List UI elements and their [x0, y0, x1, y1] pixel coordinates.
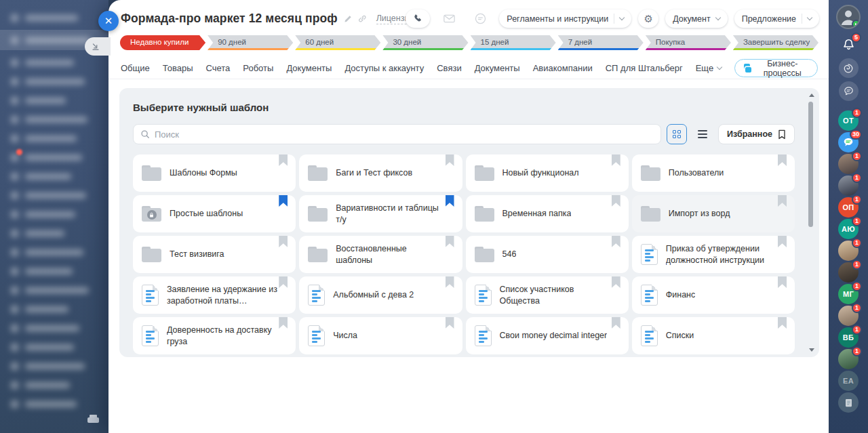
bookmark-icon[interactable]	[279, 236, 288, 247]
template-card[interactable]: Вариативности и таблицы т/у	[299, 195, 462, 232]
chat-avatar[interactable]: ВБ 1	[838, 327, 859, 348]
bookmark-icon[interactable]	[612, 195, 620, 207]
template-card[interactable]: Списки	[632, 317, 795, 354]
chat-avatar[interactable]: 1	[838, 154, 859, 174]
bookmark-icon[interactable]	[279, 195, 288, 207]
template-card[interactable]: Тест визивига	[133, 236, 296, 273]
template-card[interactable]: Приказ об утверждении должностной инстру…	[632, 236, 795, 273]
template-card[interactable]: Доверенность на доставку груза	[133, 317, 296, 354]
bookmark-icon[interactable]	[778, 276, 787, 288]
template-card[interactable]: Простые шаблоны	[133, 195, 296, 232]
chat-avatar[interactable]: 1	[838, 306, 859, 326]
template-card[interactable]: Новый функционал	[466, 154, 629, 192]
bookmark-icon[interactable]	[612, 276, 620, 288]
speech-bubble-icon	[843, 85, 854, 97]
stage-item[interactable]: 90 дней	[208, 35, 293, 50]
tab-item[interactable]: Связи	[437, 63, 461, 73]
minimize-slider-button[interactable]	[85, 37, 111, 56]
tab-item[interactable]: Счета	[205, 63, 230, 73]
stage-item[interactable]: 15 дней	[471, 35, 556, 50]
bookmark-icon[interactable]	[279, 317, 288, 329]
template-card[interactable]: Пользователи	[632, 154, 795, 192]
grid-view-toggle[interactable]	[667, 124, 687, 144]
template-card[interactable]: 546	[466, 236, 629, 273]
search-input[interactable]	[155, 129, 654, 140]
tab-item[interactable]: Еще	[696, 63, 722, 73]
tab-item[interactable]: Роботы	[243, 63, 273, 73]
template-label: Альбомный с дева 2	[333, 289, 414, 300]
template-card[interactable]: Финанс	[632, 276, 795, 314]
bookmark-icon[interactable]	[778, 236, 787, 247]
bookmark-icon[interactable]	[279, 154, 288, 166]
offer-button[interactable]: Предложение	[734, 9, 819, 28]
left-menu-blurred-rows	[0, 0, 108, 433]
chat-avatar[interactable]: 30	[838, 132, 859, 152]
template-card[interactable]: Альбомный с дева 2	[299, 276, 462, 314]
tab-item[interactable]: Доступы к аккаунту	[344, 63, 424, 73]
bookmark-icon[interactable]	[778, 317, 787, 329]
stage-item[interactable]: Недавно купили	[120, 35, 205, 50]
unread-badge: 1	[852, 108, 862, 118]
bookmark-icon[interactable]	[446, 154, 454, 166]
bookmark-icon[interactable]	[446, 317, 454, 329]
chat-avatar[interactable]: 1	[838, 176, 859, 196]
bitrix-spiral-button[interactable]	[839, 58, 859, 78]
template-card[interactable]: Заявление на удержание из заработной пла…	[133, 276, 296, 314]
settings-button[interactable]: ⚙	[638, 9, 658, 28]
chat-avatar[interactable]: МГ 1	[838, 284, 859, 304]
template-card[interactable]: Числа	[299, 317, 462, 354]
chat-avatar[interactable]: ОТ 1	[838, 110, 859, 131]
tab-item[interactable]: Документы	[475, 63, 520, 73]
template-card[interactable]: Свои money decimal integer	[466, 317, 629, 354]
notifications-button[interactable]: 5	[839, 35, 858, 54]
template-card[interactable]: Шаблоны Формы	[133, 154, 296, 192]
stage-item[interactable]: 7 дней	[558, 35, 644, 50]
tab-item[interactable]: Документы	[286, 63, 332, 73]
scrollbar-thumb[interactable]	[808, 102, 813, 227]
tab-item[interactable]: Общие	[121, 63, 150, 73]
tab-item[interactable]: Товары	[163, 63, 193, 73]
scroll-down-arrow[interactable]	[809, 348, 814, 352]
stage-item[interactable]: Завершить сделку	[733, 35, 818, 50]
chat-avatar[interactable]	[838, 392, 859, 413]
stage-item[interactable]: Покупка	[646, 35, 731, 50]
bookmark-icon[interactable]	[778, 154, 787, 166]
template-card[interactable]: Восстановленные шаблоны	[299, 236, 462, 273]
current-user-avatar[interactable]	[836, 5, 861, 29]
messenger-button[interactable]	[839, 81, 859, 101]
bookmark-icon[interactable]	[446, 236, 454, 247]
document-button[interactable]: Документ	[665, 9, 727, 28]
favorites-button[interactable]: Избранное	[718, 124, 795, 144]
template-card[interactable]: Импорт из ворд	[632, 195, 795, 232]
bookmark-icon[interactable]	[446, 195, 454, 207]
bookmark-icon[interactable]	[612, 154, 620, 166]
printer-icon[interactable]	[87, 415, 99, 424]
stage-item[interactable]: 30 дней	[382, 35, 468, 50]
bookmark-icon[interactable]	[612, 236, 620, 247]
template-card[interactable]: Список участников Общества	[466, 276, 629, 314]
bookmark-icon[interactable]	[778, 195, 787, 207]
scroll-up-arrow[interactable]	[809, 94, 814, 97]
copy-link-icon[interactable]	[358, 14, 367, 23]
unread-badge: 1	[852, 260, 862, 270]
bookmark-icon[interactable]	[446, 276, 454, 288]
chat-avatar[interactable]: 1	[838, 262, 859, 283]
tab-item[interactable]: СП для Штальберг	[606, 63, 683, 73]
list-view-toggle[interactable]	[692, 124, 713, 144]
chat-avatar[interactable]: 1	[838, 241, 859, 261]
bookmark-icon[interactable]	[279, 276, 288, 288]
business-process-button[interactable]: Бизнес-процессы	[734, 59, 818, 77]
template-card[interactable]: Баги и Тест фиксов	[299, 154, 462, 192]
chat-avatar[interactable]: АЮ 1	[838, 219, 859, 239]
call-button[interactable]	[406, 9, 430, 28]
chat-avatar[interactable]: 1	[838, 349, 859, 369]
chat-avatar[interactable]: ЕА	[838, 371, 859, 391]
folder-icon	[641, 165, 660, 181]
reglaments-button[interactable]: Регламенты и инструкции	[499, 9, 631, 28]
edit-title-icon[interactable]	[344, 15, 352, 23]
stage-item[interactable]: 60 дней	[295, 35, 380, 50]
template-card[interactable]: Временная папка	[466, 195, 629, 232]
tab-item[interactable]: Авиакомпании	[533, 63, 593, 73]
chat-avatar[interactable]: ОП 1	[838, 197, 859, 218]
bookmark-icon[interactable]	[612, 317, 620, 329]
